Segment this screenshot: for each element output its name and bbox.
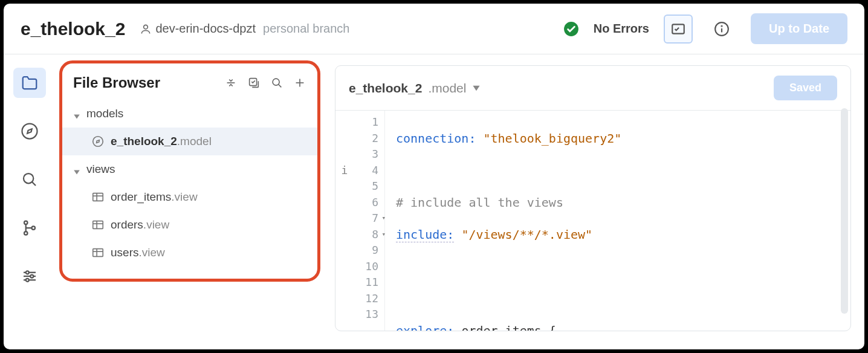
file-label: e_thelook_2.model xyxy=(111,135,212,148)
file-tree: models e_thelook_2.model views order_ite… xyxy=(62,100,317,267)
chevron-down-icon xyxy=(73,110,80,117)
validate-button[interactable] xyxy=(664,15,693,44)
rail-settings[interactable] xyxy=(13,261,46,291)
info-gutter: i xyxy=(335,111,354,331)
svg-marker-7 xyxy=(27,129,32,134)
folder-models[interactable]: models xyxy=(62,100,317,128)
info-button[interactable] xyxy=(707,15,736,44)
bulk-select-icon[interactable] xyxy=(247,76,261,89)
branch-name: dev-erin-docs-dpzt xyxy=(155,22,256,36)
code-editor: e_thelook_2.model Saved i 12345678910111… xyxy=(335,65,851,331)
line-number-gutter: 12345678910111213 xyxy=(354,111,385,331)
svg-point-5 xyxy=(721,25,722,26)
file-label: order_items.view xyxy=(111,190,198,204)
svg-line-9 xyxy=(32,182,36,186)
svg-point-6 xyxy=(22,124,37,139)
code-area[interactable]: i 12345678910111213 connection: "thelook… xyxy=(335,111,850,331)
svg-marker-38 xyxy=(473,85,480,90)
rail-search[interactable] xyxy=(13,164,46,195)
svg-rect-32 xyxy=(93,221,103,229)
code-lines[interactable]: connection: "thelook_bigquery2" # includ… xyxy=(385,111,850,331)
svg-point-26 xyxy=(93,137,103,147)
svg-point-21 xyxy=(273,79,279,85)
table-icon xyxy=(91,190,105,204)
scrollbar[interactable] xyxy=(841,108,848,314)
rail-explore[interactable] xyxy=(13,116,46,146)
folder-label: models xyxy=(86,107,123,120)
svg-marker-27 xyxy=(97,140,100,143)
svg-rect-35 xyxy=(93,249,103,257)
branch-type-label: personal branch xyxy=(263,22,349,36)
user-icon xyxy=(140,23,152,35)
file-browser-title: File Browser xyxy=(73,74,224,91)
svg-point-12 xyxy=(32,226,36,230)
project-title: e_thelook_2 xyxy=(21,19,125,39)
folder-views[interactable]: views xyxy=(62,155,317,183)
collapse-icon[interactable] xyxy=(224,76,238,89)
svg-point-11 xyxy=(24,232,28,235)
table-icon xyxy=(91,218,105,232)
saved-button[interactable]: Saved xyxy=(774,76,837,100)
svg-marker-25 xyxy=(74,114,80,118)
svg-marker-28 xyxy=(74,170,80,174)
up-to-date-button[interactable]: Up to Date xyxy=(751,13,847,44)
editor-filename[interactable]: e_thelook_2.model xyxy=(349,81,481,96)
no-errors-label: No Errors xyxy=(594,22,649,36)
table-icon xyxy=(91,246,105,259)
rail-file-browser[interactable] xyxy=(13,68,46,98)
svg-rect-29 xyxy=(93,193,103,201)
search-icon[interactable] xyxy=(270,76,283,89)
check-circle-icon xyxy=(563,21,579,37)
svg-point-8 xyxy=(24,173,33,183)
branch-selector[interactable]: dev-erin-docs-dpzt personal branch xyxy=(140,22,349,36)
folder-label: views xyxy=(86,163,115,176)
left-rail xyxy=(4,54,56,349)
file-label: orders.view xyxy=(111,218,169,232)
chevron-down-icon xyxy=(73,166,80,173)
svg-point-0 xyxy=(144,25,148,29)
add-icon[interactable] xyxy=(293,76,306,89)
file-order-items-view[interactable]: order_items.view xyxy=(62,183,317,211)
chevron-down-icon xyxy=(472,84,481,92)
file-browser-panel: File Browser models xyxy=(59,60,320,282)
svg-point-18 xyxy=(26,279,29,282)
file-orders-view[interactable]: orders.view xyxy=(62,211,317,239)
compass-icon xyxy=(91,135,105,148)
header-bar: e_thelook_2 dev-erin-docs-dpzt personal … xyxy=(4,4,864,54)
svg-point-10 xyxy=(24,221,28,225)
file-users-view[interactable]: users.view xyxy=(62,239,317,267)
file-e-thelook-2-model[interactable]: e_thelook_2.model xyxy=(62,128,317,155)
svg-point-17 xyxy=(30,275,33,278)
rail-git[interactable] xyxy=(13,213,46,243)
file-label: users.view xyxy=(111,246,165,259)
svg-point-16 xyxy=(26,271,29,274)
svg-line-22 xyxy=(279,85,282,88)
